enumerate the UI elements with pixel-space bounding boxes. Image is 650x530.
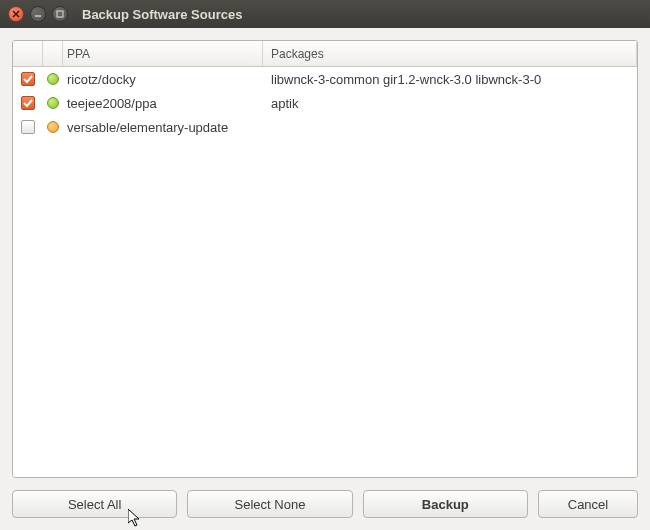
cancel-button[interactable]: Cancel [538, 490, 638, 518]
row-status-cell [43, 73, 63, 85]
checkbox[interactable] [21, 120, 35, 134]
row-packages-label: aptik [263, 96, 637, 111]
row-checkbox-cell [13, 120, 43, 134]
row-ppa-label: ricotz/docky [63, 72, 263, 87]
content-area: PPA Packages ricotz/dockylibwnck-3-commo… [0, 28, 650, 530]
table-row[interactable]: versable/elementary-update [13, 115, 637, 139]
svg-rect-0 [57, 11, 63, 17]
row-ppa-label: versable/elementary-update [63, 120, 263, 135]
table-row[interactable]: ricotz/dockylibwnck-3-common gir1.2-wnck… [13, 67, 637, 91]
row-checkbox-cell [13, 72, 43, 86]
col-header-status[interactable] [43, 41, 63, 66]
select-none-button[interactable]: Select None [187, 490, 352, 518]
col-header-packages[interactable]: Packages [263, 41, 637, 66]
checkbox[interactable] [21, 72, 35, 86]
col-header-checkbox[interactable] [13, 41, 43, 66]
checkbox[interactable] [21, 96, 35, 110]
ppa-list: PPA Packages ricotz/dockylibwnck-3-commo… [12, 40, 638, 478]
backup-button[interactable]: Backup [363, 490, 528, 518]
row-packages-label: libwnck-3-common gir1.2-wnck-3.0 libwnck… [263, 72, 637, 87]
status-dot-icon [47, 97, 59, 109]
row-ppa-label: teejee2008/ppa [63, 96, 263, 111]
list-body: ricotz/dockylibwnck-3-common gir1.2-wnck… [13, 67, 637, 477]
list-header: PPA Packages [13, 41, 637, 67]
window-title: Backup Software Sources [82, 7, 242, 22]
status-dot-icon [47, 73, 59, 85]
status-dot-icon [47, 121, 59, 133]
maximize-button[interactable] [52, 6, 68, 22]
titlebar: Backup Software Sources [0, 0, 650, 28]
row-status-cell [43, 97, 63, 109]
button-bar: Select All Select None Backup Cancel [12, 490, 638, 518]
close-button[interactable] [8, 6, 24, 22]
row-checkbox-cell [13, 96, 43, 110]
table-row[interactable]: teejee2008/ppaaptik [13, 91, 637, 115]
col-header-ppa[interactable]: PPA [63, 41, 263, 66]
row-status-cell [43, 121, 63, 133]
select-all-button[interactable]: Select All [12, 490, 177, 518]
minimize-button[interactable] [30, 6, 46, 22]
